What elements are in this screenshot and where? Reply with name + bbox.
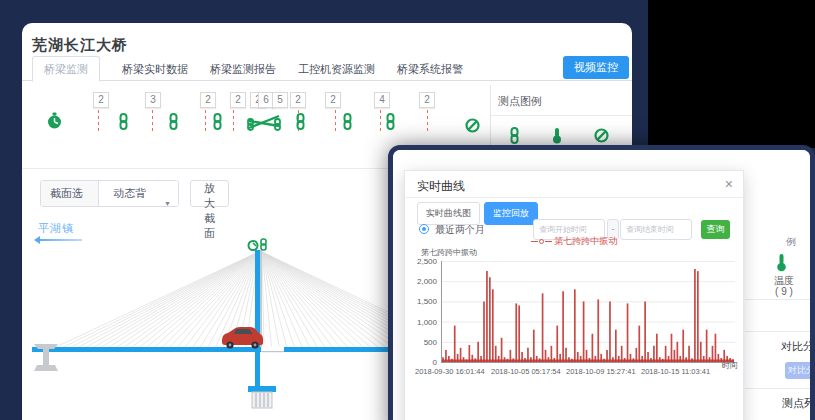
alarm-dashed-line: [335, 110, 336, 131]
legend-series-name: 第七跨跨中振动: [554, 236, 617, 246]
dialog-tabs: 实时曲线图监控回放: [417, 202, 538, 225]
compare-analysis-button[interactable]: 对比分析: [785, 362, 810, 379]
tab-桥梁监测报告[interactable]: 桥梁监测报告: [210, 57, 276, 81]
location-label: 平湖镇: [38, 221, 74, 236]
legend-panel-title: 测点图例: [498, 94, 542, 109]
alarm-dashed-line: [205, 110, 206, 131]
chain-icon[interactable]: [117, 113, 130, 134]
sensor-count-badge: 2: [200, 92, 216, 108]
close-icon[interactable]: ×: [725, 176, 733, 192]
legend-circle-icon: [539, 239, 544, 244]
pier-block: [252, 392, 272, 408]
sensor-count-badge: 2: [230, 92, 246, 108]
alarm-dashed-line: [427, 110, 428, 131]
legend-line-icon: [545, 241, 552, 242]
tower-sensor-icon[interactable]: [249, 241, 258, 250]
y-tick-label: 500: [405, 338, 437, 347]
alarm-dashed-line: [233, 110, 234, 131]
dialog-tab-实时曲线图[interactable]: 实时曲线图: [417, 202, 480, 225]
vibration-chart: [441, 261, 735, 363]
sensor-count-badge: 2: [93, 92, 109, 108]
dialog-header: 实时曲线 ×: [405, 171, 743, 198]
y-tick-label: 2,000: [405, 277, 437, 286]
x-tick-label: 2018-09-30 16:01:44: [415, 367, 479, 376]
bridge-deck: [32, 347, 390, 352]
x-tick-label: 2018-10-05 05:17:54: [491, 367, 555, 376]
alarm-dashed-line: [380, 110, 381, 131]
legend-line-icon: [531, 241, 538, 242]
chain-icon[interactable]: [167, 113, 180, 134]
sensor-count-badge: 2: [419, 92, 435, 108]
sensor-count-badge: 2: [325, 92, 341, 108]
sensor-count-badge: 3: [145, 92, 161, 108]
chain-icon[interactable]: [384, 113, 397, 134]
left-abutment: [34, 344, 58, 371]
chain-icon[interactable]: [261, 239, 266, 250]
legend-panel-underline: [490, 115, 632, 116]
sensor-count-badge: 5: [272, 92, 288, 108]
background-black-panel: [648, 0, 815, 148]
temperature-count: ( 9 ): [762, 286, 806, 297]
screen: 芜湖长江大桥 桥梁监测桥梁实时数据桥梁监测报告工控机资源监测桥梁系统报警 视频监…: [0, 0, 815, 420]
y-tick-label: 2,500: [405, 257, 437, 266]
alarm-dashed-line: [152, 110, 153, 131]
strip-divider: [745, 331, 810, 332]
tab-桥梁系统报警[interactable]: 桥梁系统报警: [397, 57, 463, 81]
enlarge-section-button[interactable]: 放大截面: [190, 180, 229, 207]
point-list-section-title: 测点列表: [782, 396, 810, 411]
y-tick-label: 0: [405, 358, 437, 367]
barrier-icon[interactable]: [246, 112, 282, 135]
y-tick-label: 1,000: [405, 318, 437, 327]
bridge-tower: [255, 250, 260, 392]
tab-工控机资源监测[interactable]: 工控机资源监测: [298, 57, 375, 81]
popup-window: 例 温度 ( 9 ) 对比分析 对比分析 测点列表 实时曲线 × 实时曲线图监控…: [388, 145, 815, 420]
main-tabs: 桥梁监测桥梁实时数据桥梁监测报告工控机资源监测桥梁系统报警: [32, 57, 463, 81]
page-title: 芜湖长江大桥: [32, 36, 128, 55]
chain-icon[interactable]: [294, 113, 307, 134]
chain-icon[interactable]: [341, 113, 354, 134]
pier-crossbar: [248, 386, 276, 392]
section-select-label: 截面选择：: [41, 181, 99, 206]
section-select-value: 动态背立面: [113, 187, 146, 207]
realtime-curve-dialog: 实时曲线 × 实时曲线图监控回放 最近两个月 - 查询 第七跨跨中振动 第七跨跨…: [404, 170, 744, 420]
dialog-title: 实时曲线: [417, 178, 465, 195]
chevron-down-icon: ▼: [164, 191, 171, 207]
popup-window-content: 例 温度 ( 9 ) 对比分析 对比分析 测点列表 实时曲线 × 实时曲线图监控…: [393, 150, 810, 420]
compare-section-title: 对比分析: [781, 339, 810, 354]
sensor-count-badge: 2: [290, 92, 306, 108]
recent-two-months-radio[interactable]: [419, 224, 429, 234]
strip-divider: [745, 299, 810, 300]
video-monitor-button[interactable]: 视频监控: [563, 56, 629, 79]
section-select-dropdown[interactable]: 动态背立面 ▼: [99, 181, 178, 206]
dialog-tab-监控回放[interactable]: 监控回放: [484, 202, 538, 225]
stopwatch-icon[interactable]: [47, 112, 62, 134]
legend-panel-icons: [490, 126, 632, 146]
section-select-group: 截面选择： 动态背立面 ▼: [40, 180, 179, 207]
legend-label-partial: 例: [786, 235, 796, 249]
sensor-count-badge: 4: [374, 92, 390, 108]
thermometer-icon[interactable]: [775, 253, 788, 276]
tab-桥梁监测[interactable]: 桥梁监测: [32, 56, 100, 82]
x-tick-label: 2018-10-15 11:03:41: [641, 367, 705, 376]
no-entry-icon[interactable]: [465, 118, 480, 137]
tab-桥梁实时数据[interactable]: 桥梁实时数据: [122, 57, 188, 81]
x-axis-name: 时间: [722, 360, 738, 371]
chain-icon[interactable]: [211, 113, 224, 134]
alarm-dashed-line: [98, 110, 99, 131]
x-tick-label: 2018-10-09 15:27:41: [566, 367, 630, 376]
strip-divider: [745, 388, 810, 389]
y-tick-label: 1,500: [405, 297, 437, 306]
